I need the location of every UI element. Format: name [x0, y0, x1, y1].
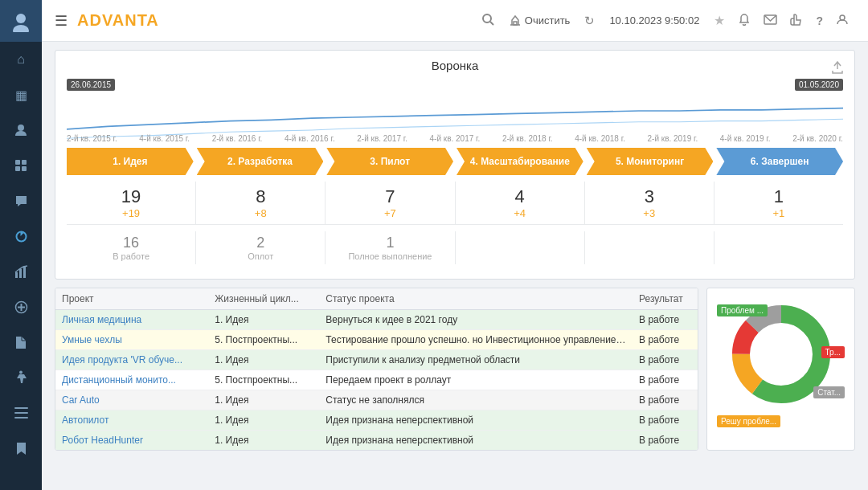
stat-plus-4: +4 — [459, 207, 581, 219]
project-name: Идея продукта 'VR обуче... — [55, 350, 208, 370]
stage-scaling[interactable]: 4. Масштабирование — [457, 148, 583, 175]
project-result: В работе — [633, 330, 698, 350]
stat-cell-2: 8 +8 — [196, 182, 326, 224]
main-area: ☰ ADVANTA Очистить ↻ 10.10.2023 9:50:02 … — [42, 0, 868, 490]
donut-label-red[interactable]: Тр... — [821, 346, 845, 358]
stage-development[interactable]: 2. Разработка — [197, 148, 324, 175]
donut-label-yellow[interactable]: Решу пробле... — [717, 415, 780, 427]
project-lifecycle: 1. Идея — [208, 431, 319, 451]
donut-label-green[interactable]: Проблем ... — [717, 304, 768, 316]
sidebar-item-files[interactable] — [0, 325, 42, 360]
project-status: Вернуться к идее в 2021 году — [319, 310, 633, 330]
svg-rect-8 — [15, 272, 18, 278]
star-icon[interactable]: ★ — [714, 13, 725, 28]
sidebar: ⌂ ▦ — [0, 0, 42, 490]
sidebar-item-refresh[interactable] — [0, 218, 42, 254]
project-link[interactable]: Идея продукта 'VR обуче... — [62, 354, 182, 365]
project-lifecycle: 5. Постпроектны... — [208, 370, 319, 390]
project-name: Дистанционный монито... — [55, 370, 208, 390]
sidebar-item-menu2[interactable] — [0, 395, 42, 431]
sidebar-item-analytics[interactable] — [0, 254, 42, 289]
stats-row: 19 +19 8 +8 7 +7 4 +4 3 +3 — [67, 182, 843, 225]
sub-stat-num-2: 2 — [199, 235, 321, 251]
project-name: Умные чехлы — [55, 330, 208, 350]
stat-cell-3: 7 +7 — [326, 182, 455, 224]
project-link[interactable]: Личная медицина — [62, 314, 141, 325]
table-row: Автопилот 1. Идея Идея признана неперспе… — [55, 410, 698, 431]
svg-point-14 — [19, 371, 23, 374]
donut-label-gray[interactable]: Стат... — [813, 386, 845, 398]
stage-pilot[interactable]: 3. Пилот — [326, 148, 453, 175]
user-profile-icon[interactable] — [836, 13, 849, 29]
project-link[interactable]: Car Auto — [62, 394, 100, 406]
project-name: Робот HeadHunter — [55, 431, 208, 451]
svg-rect-16 — [14, 412, 28, 414]
col-lifecycle: Жизненный цикл... — [208, 288, 319, 310]
svg-rect-4 — [22, 160, 27, 165]
thumb-icon[interactable] — [790, 13, 803, 29]
svg-point-18 — [483, 14, 491, 22]
table-row: Идея продукта 'VR обуче... 1. Идея Прист… — [55, 350, 698, 370]
sidebar-item-dashboard[interactable]: ▦ — [0, 77, 42, 112]
stat-number-3: 7 — [329, 186, 451, 207]
axis-label: 2-й кв. 2018 г. — [502, 134, 553, 143]
svg-rect-3 — [15, 160, 20, 165]
sub-stat-lbl-3: Полное выполнение — [329, 251, 451, 261]
sub-stat-lbl-1: В работе — [70, 251, 192, 261]
stat-cell-6: 1 +1 — [714, 182, 843, 224]
sidebar-item-chat[interactable] — [0, 183, 42, 218]
stat-plus-5: +3 — [588, 207, 710, 219]
logo-accent: A — [77, 11, 89, 29]
refresh-icon[interactable]: ↻ — [584, 14, 595, 28]
table-row: Робот HeadHunter 1. Идея Идея признана н… — [55, 431, 698, 451]
table-header-row: Проект Жизненный цикл... Статус проекта … — [55, 288, 698, 310]
svg-rect-9 — [19, 269, 22, 278]
project-result: В работе — [633, 370, 698, 390]
sidebar-item-walk[interactable] — [0, 360, 42, 395]
sidebar-item-users[interactable] — [0, 112, 42, 148]
menu-toggle-icon[interactable]: ☰ — [55, 12, 68, 30]
axis-label: 2-й кв. 2020 г. — [792, 134, 843, 143]
mail-icon[interactable] — [764, 14, 777, 28]
stat-number-6: 1 — [718, 186, 840, 207]
project-result: В работе — [633, 390, 698, 410]
table-row: Умные чехлы 5. Постпроектны... Тестирова… — [55, 330, 698, 350]
axis-label: 2-й кв. 2016 г. — [212, 134, 263, 143]
project-link[interactable]: Робот HeadHunter — [62, 435, 143, 446]
avatar[interactable] — [0, 0, 42, 42]
project-link[interactable]: Дистанционный монито... — [62, 374, 176, 386]
svg-rect-6 — [22, 166, 27, 171]
sidebar-item-grid[interactable] — [0, 148, 42, 183]
sidebar-item-home[interactable]: ⌂ — [0, 42, 42, 77]
project-status: Идея признана неперспективной — [319, 410, 633, 431]
sidebar-item-add[interactable] — [0, 289, 42, 325]
svg-point-28 — [753, 326, 809, 382]
project-name: Личная медицина — [55, 310, 208, 330]
search-icon[interactable] — [481, 13, 494, 29]
sub-stat-5 — [585, 231, 714, 264]
project-result: В работе — [633, 410, 698, 431]
app-logo: ADVANTA — [77, 11, 159, 30]
project-link[interactable]: Умные чехлы — [62, 334, 122, 345]
project-lifecycle: 1. Идея — [208, 390, 319, 410]
bell-icon[interactable] — [738, 13, 751, 29]
svg-point-2 — [18, 125, 24, 131]
stage-completed[interactable]: 6. Завершен — [716, 148, 843, 175]
clean-label: Очистить — [525, 14, 571, 27]
topbar: ☰ ADVANTA Очистить ↻ 10.10.2023 9:50:02 … — [42, 0, 868, 42]
svg-rect-20 — [514, 22, 517, 25]
axis-label: 2-й кв. 2015 г. — [67, 134, 117, 143]
project-link[interactable]: Автопилот — [62, 414, 108, 426]
col-result: Результат — [633, 288, 698, 310]
export-icon[interactable] — [832, 61, 843, 76]
svg-line-19 — [490, 22, 493, 25]
svg-rect-10 — [23, 267, 26, 278]
stage-monitoring[interactable]: 5. Мониторинг — [587, 148, 714, 175]
axis-label: 4-й кв. 2019 г. — [720, 134, 771, 143]
clean-button[interactable]: Очистить — [509, 14, 571, 27]
stage-idea[interactable]: 1. Идея — [67, 148, 194, 175]
stat-plus-2: +8 — [199, 207, 321, 219]
funnel-title: Воронка — [67, 59, 843, 72]
sidebar-item-bookmark[interactable] — [0, 431, 42, 466]
help-icon[interactable]: ? — [816, 14, 823, 27]
